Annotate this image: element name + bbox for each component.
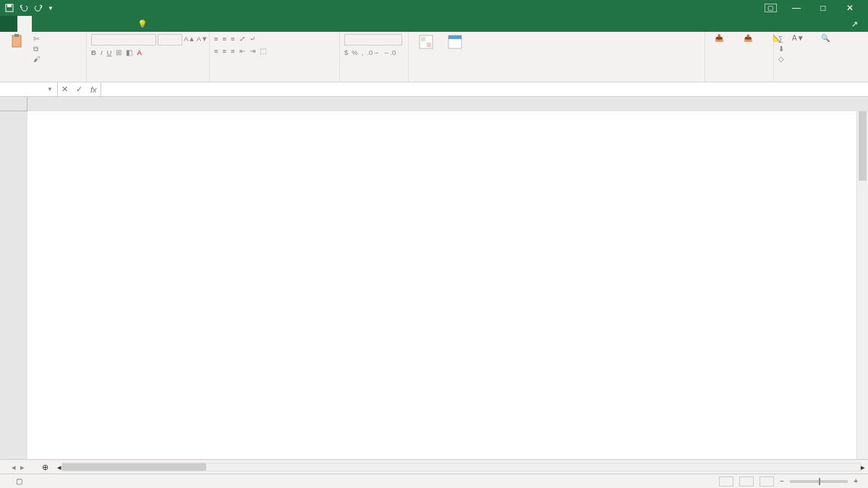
group-styles [409,32,705,82]
minimize-button[interactable]: — [784,3,809,13]
quick-access-toolbar: ▼ [0,3,54,13]
enter-icon[interactable]: ✓ [76,85,82,94]
vertical-scrollbar[interactable] [856,111,868,459]
number-label [344,81,404,82]
font-name-select[interactable] [91,34,156,46]
scroll-right-icon[interactable]: ▸ [861,463,865,471]
zoom-slider[interactable] [790,480,848,483]
row-headers[interactable] [0,111,27,459]
tab-data[interactable] [75,16,90,32]
font-size-select[interactable] [158,34,182,46]
clear-button[interactable]: ◇ [778,54,784,64]
tab-view[interactable] [104,16,119,32]
tell-me[interactable]: 💡 [137,16,150,32]
status-bar: ▢ − + [0,474,868,488]
conditional-formatting-button[interactable] [413,34,439,51]
paste-button[interactable] [4,34,30,51]
copy-button[interactable]: ⧉ [33,44,41,54]
indent-dec-icon[interactable]: ⇤ [239,46,245,56]
share-icon: ↗ [851,20,858,29]
accounting-icon[interactable]: $ [344,48,348,58]
tab-review[interactable] [90,16,104,32]
insert-cells-button[interactable]: 📥 [710,34,736,51]
format-painter-button[interactable]: 🖌 [33,54,41,64]
ribbon: ✄ ⧉ 🖌 A▲ A▼ B I U ⊞ ◧ A [0,32,868,82]
inc-decimal-icon[interactable]: .0→ [367,48,379,58]
column-headers[interactable] [27,97,868,111]
comma-icon[interactable]: , [362,48,364,58]
wrap-text-button[interactable]: ⤶ [250,34,255,44]
horizontal-scrollbar[interactable]: ◂ ▸ [54,460,868,474]
view-layout-button[interactable] [739,476,754,487]
align-top-icon[interactable]: ≡ [214,34,218,44]
svg-rect-1 [7,4,12,7]
qat-dropdown-icon[interactable]: ▼ [48,5,54,12]
border-button[interactable]: ⊞ [116,48,122,58]
share-button[interactable]: ↗ [844,16,868,32]
dec-decimal-icon[interactable]: ←.0 [383,48,396,58]
autosum-button[interactable]: ∑ [778,34,784,44]
svg-rect-6 [427,43,431,47]
name-box[interactable]: ▼ [0,82,58,96]
cut-button[interactable]: ✄ [33,34,41,44]
save-icon[interactable] [4,3,14,13]
merge-button[interactable]: ⬚ [260,46,266,56]
cells-area[interactable] [27,111,868,459]
fill-color-button[interactable]: ◧ [126,48,132,58]
align-center-icon[interactable]: ≡ [223,46,227,56]
bold-button[interactable]: B [91,48,96,58]
format-as-table-button[interactable] [442,34,468,51]
macro-rec-icon[interactable]: ▢ [12,477,27,485]
align-mid-icon[interactable]: ≡ [223,34,227,44]
zoom-out-button[interactable]: − [780,477,784,485]
select-all-corner[interactable] [0,97,27,111]
decrease-font-icon[interactable]: A▼ [197,34,208,46]
tab-formulas[interactable] [61,16,75,32]
zoom-in-button[interactable]: + [854,477,858,485]
fx-icon[interactable]: fx [90,85,97,94]
fill-button[interactable]: ⬇ [778,44,784,54]
chevron-left-icon[interactable]: ◂ [12,463,16,471]
underline-button[interactable]: U [107,48,112,58]
tab-file[interactable] [0,16,17,32]
close-button[interactable]: ✕ [838,3,862,13]
sheet-nav[interactable]: ◂▸ [0,460,36,474]
orientation-icon[interactable]: ⤢ [239,34,245,44]
align-bot-icon[interactable]: ≡ [231,34,235,44]
delete-cells-button[interactable]: 📤 [739,34,765,51]
formula-input[interactable] [101,82,868,96]
group-alignment: ≡ ≡ ≡ ⤢ ⤶ ≡ ≡ ≡ ⇤ ⇥ ⬚ [210,32,340,82]
bulb-icon: 💡 [137,20,148,29]
sort-filter-button[interactable]: A▼ [787,34,813,51]
group-editing: ∑ ⬇ ◇ A▼ 🔍 [774,32,868,82]
group-clipboard: ✄ ⧉ 🖌 [0,32,87,82]
redo-icon[interactable] [33,3,43,13]
svg-rect-5 [421,37,425,41]
find-select-button[interactable]: 🔍 [816,34,842,51]
italic-button[interactable]: I [101,48,103,58]
cancel-icon[interactable]: ✕ [61,85,68,94]
chevron-down-icon: ▼ [47,86,53,93]
alignment-label [214,81,335,82]
tab-insert[interactable] [32,16,46,32]
number-format-select[interactable] [344,34,402,46]
ribbon-options-icon[interactable]: ▢ [765,4,777,12]
align-right-icon[interactable]: ≡ [231,46,235,56]
new-sheet-button[interactable]: ⊕ [36,460,54,474]
worksheet-grid[interactable] [0,97,868,459]
tab-developer[interactable] [119,16,133,32]
tab-home[interactable] [17,16,32,32]
view-normal-button[interactable] [719,476,733,487]
increase-font-icon[interactable]: A▲ [184,34,195,46]
font-color-button[interactable]: A [137,48,141,58]
tab-page-layout[interactable] [46,16,61,32]
group-number: $ % , .0→ ←.0 [340,32,409,82]
percent-icon[interactable]: % [352,48,357,58]
align-left-icon[interactable]: ≡ [214,46,218,56]
cells-label [710,81,769,82]
undo-icon[interactable] [19,3,29,13]
indent-inc-icon[interactable]: ⇥ [250,46,255,56]
view-pagebreak-button[interactable] [760,476,774,487]
chevron-right-icon[interactable]: ▸ [20,463,25,471]
maximize-button[interactable]: □ [811,3,835,13]
